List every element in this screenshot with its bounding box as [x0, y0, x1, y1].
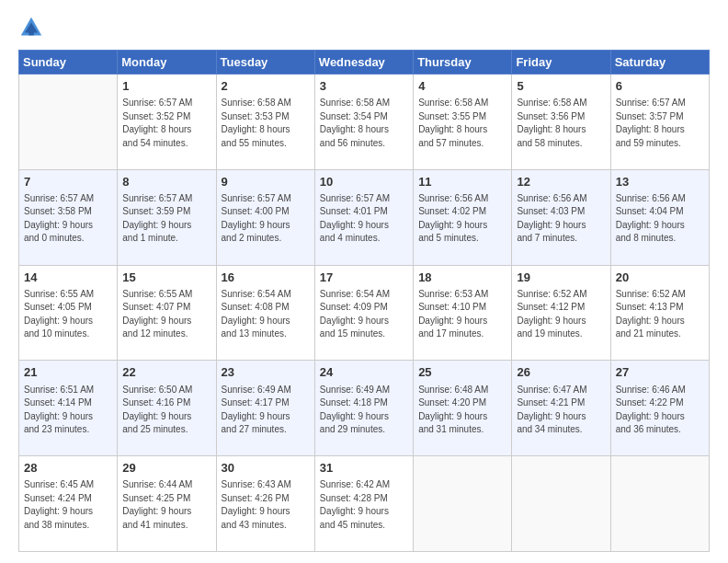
calendar-cell: 28Sunrise: 6:45 AMSunset: 4:24 PMDayligh… — [19, 456, 118, 552]
calendar-cell — [610, 456, 709, 552]
calendar-cell: 26Sunrise: 6:47 AMSunset: 4:21 PMDayligh… — [512, 361, 610, 456]
day-info: Sunrise: 6:51 AMSunset: 4:14 PMDaylight:… — [24, 384, 112, 437]
calendar-cell: 10Sunrise: 6:57 AMSunset: 4:01 PMDayligh… — [314, 169, 413, 265]
day-number: 30 — [222, 460, 310, 477]
day-number: 19 — [517, 270, 605, 286]
day-info: Sunrise: 6:49 AMSunset: 4:18 PMDaylight:… — [320, 384, 408, 437]
weekday-header-friday: Friday — [512, 51, 610, 75]
logo — [18, 15, 48, 40]
day-info: Sunrise: 6:44 AMSunset: 4:25 PMDaylight:… — [122, 478, 210, 532]
day-number: 11 — [418, 174, 506, 190]
day-number: 9 — [222, 174, 310, 190]
weekday-header-wednesday: Wednesday — [314, 51, 413, 75]
day-info: Sunrise: 6:58 AMSunset: 3:56 PMDaylight:… — [517, 97, 605, 150]
logo-icon — [18, 15, 44, 40]
day-number: 21 — [24, 364, 112, 381]
calendar-cell: 21Sunrise: 6:51 AMSunset: 4:14 PMDayligh… — [19, 361, 118, 456]
day-number: 4 — [418, 78, 506, 95]
day-number: 31 — [320, 460, 408, 477]
calendar-cell: 24Sunrise: 6:49 AMSunset: 4:18 PMDayligh… — [314, 361, 413, 456]
calendar-header-row: SundayMondayTuesdayWednesdayThursdayFrid… — [19, 51, 710, 75]
day-info: Sunrise: 6:57 AMSunset: 3:59 PMDaylight:… — [122, 192, 210, 246]
calendar-week-row: 7Sunrise: 6:57 AMSunset: 3:58 PMDaylight… — [19, 169, 710, 265]
day-info: Sunrise: 6:56 AMSunset: 4:04 PMDaylight:… — [616, 192, 704, 246]
calendar-cell: 8Sunrise: 6:57 AMSunset: 3:59 PMDaylight… — [118, 169, 216, 265]
calendar-cell: 5Sunrise: 6:58 AMSunset: 3:56 PMDaylight… — [512, 75, 610, 170]
day-info: Sunrise: 6:50 AMSunset: 4:16 PMDaylight:… — [122, 384, 210, 437]
calendar-cell: 16Sunrise: 6:54 AMSunset: 4:08 PMDayligh… — [216, 265, 314, 361]
day-info: Sunrise: 6:46 AMSunset: 4:22 PMDaylight:… — [616, 384, 704, 437]
day-info: Sunrise: 6:58 AMSunset: 3:55 PMDaylight:… — [418, 97, 506, 150]
calendar-cell: 27Sunrise: 6:46 AMSunset: 4:22 PMDayligh… — [610, 361, 709, 456]
calendar-cell: 29Sunrise: 6:44 AMSunset: 4:25 PMDayligh… — [118, 456, 216, 552]
day-number: 3 — [320, 78, 408, 95]
day-number: 14 — [24, 270, 112, 286]
calendar-cell: 31Sunrise: 6:42 AMSunset: 4:28 PMDayligh… — [314, 456, 413, 552]
day-info: Sunrise: 6:55 AMSunset: 4:07 PMDaylight:… — [122, 288, 210, 341]
day-number: 26 — [517, 364, 605, 381]
day-number: 13 — [616, 174, 704, 190]
day-number: 23 — [222, 364, 310, 381]
day-info: Sunrise: 6:55 AMSunset: 4:05 PMDaylight:… — [24, 288, 112, 341]
calendar-cell: 23Sunrise: 6:49 AMSunset: 4:17 PMDayligh… — [216, 361, 314, 456]
calendar-cell — [19, 75, 118, 170]
calendar-week-row: 14Sunrise: 6:55 AMSunset: 4:05 PMDayligh… — [19, 265, 710, 361]
day-number: 8 — [122, 174, 210, 190]
calendar-cell: 17Sunrise: 6:54 AMSunset: 4:09 PMDayligh… — [314, 265, 413, 361]
day-info: Sunrise: 6:54 AMSunset: 4:09 PMDaylight:… — [320, 288, 408, 341]
day-info: Sunrise: 6:58 AMSunset: 3:53 PMDaylight:… — [222, 97, 310, 150]
day-info: Sunrise: 6:57 AMSunset: 4:01 PMDaylight:… — [320, 192, 408, 246]
calendar-cell: 3Sunrise: 6:58 AMSunset: 3:54 PMDaylight… — [314, 75, 413, 170]
weekday-header-saturday: Saturday — [610, 51, 709, 75]
day-number: 29 — [122, 460, 210, 477]
day-number: 20 — [616, 270, 704, 286]
calendar-cell: 1Sunrise: 6:57 AMSunset: 3:52 PMDaylight… — [118, 75, 216, 170]
day-info: Sunrise: 6:42 AMSunset: 4:28 PMDaylight:… — [320, 478, 408, 532]
day-number: 12 — [517, 174, 605, 190]
calendar-cell: 6Sunrise: 6:57 AMSunset: 3:57 PMDaylight… — [610, 75, 709, 170]
day-info: Sunrise: 6:53 AMSunset: 4:10 PMDaylight:… — [418, 288, 506, 341]
day-info: Sunrise: 6:48 AMSunset: 4:20 PMDaylight:… — [418, 384, 506, 437]
day-number: 25 — [418, 364, 506, 381]
calendar-cell: 19Sunrise: 6:52 AMSunset: 4:12 PMDayligh… — [512, 265, 610, 361]
calendar-cell: 14Sunrise: 6:55 AMSunset: 4:05 PMDayligh… — [19, 265, 118, 361]
weekday-header-sunday: Sunday — [19, 51, 118, 75]
calendar-cell: 30Sunrise: 6:43 AMSunset: 4:26 PMDayligh… — [216, 456, 314, 552]
day-info: Sunrise: 6:49 AMSunset: 4:17 PMDaylight:… — [222, 384, 310, 437]
day-number: 7 — [24, 174, 112, 190]
calendar-cell: 13Sunrise: 6:56 AMSunset: 4:04 PMDayligh… — [610, 169, 709, 265]
day-number: 10 — [320, 174, 408, 190]
day-number: 16 — [222, 270, 310, 286]
day-info: Sunrise: 6:47 AMSunset: 4:21 PMDaylight:… — [517, 384, 605, 437]
calendar-cell: 11Sunrise: 6:56 AMSunset: 4:02 PMDayligh… — [414, 169, 512, 265]
day-info: Sunrise: 6:54 AMSunset: 4:08 PMDaylight:… — [222, 288, 310, 341]
day-number: 22 — [122, 364, 210, 381]
day-number: 17 — [320, 270, 408, 286]
day-info: Sunrise: 6:57 AMSunset: 3:52 PMDaylight:… — [122, 97, 210, 150]
calendar-cell: 7Sunrise: 6:57 AMSunset: 3:58 PMDaylight… — [19, 169, 118, 265]
day-number: 28 — [24, 460, 112, 477]
calendar-cell: 15Sunrise: 6:55 AMSunset: 4:07 PMDayligh… — [118, 265, 216, 361]
calendar-cell: 9Sunrise: 6:57 AMSunset: 4:00 PMDaylight… — [216, 169, 314, 265]
calendar-cell — [512, 456, 610, 552]
weekday-header-tuesday: Tuesday — [216, 51, 314, 75]
calendar-week-row: 21Sunrise: 6:51 AMSunset: 4:14 PMDayligh… — [19, 361, 710, 456]
day-info: Sunrise: 6:45 AMSunset: 4:24 PMDaylight:… — [24, 478, 112, 532]
day-info: Sunrise: 6:57 AMSunset: 4:00 PMDaylight:… — [222, 192, 310, 246]
day-info: Sunrise: 6:57 AMSunset: 3:57 PMDaylight:… — [616, 97, 704, 150]
calendar-cell: 20Sunrise: 6:52 AMSunset: 4:13 PMDayligh… — [610, 265, 709, 361]
calendar-week-row: 28Sunrise: 6:45 AMSunset: 4:24 PMDayligh… — [19, 456, 710, 552]
day-number: 24 — [320, 364, 408, 381]
calendar-cell — [414, 456, 512, 552]
weekday-header-monday: Monday — [118, 51, 216, 75]
day-number: 5 — [517, 78, 605, 95]
day-info: Sunrise: 6:52 AMSunset: 4:12 PMDaylight:… — [517, 288, 605, 341]
day-info: Sunrise: 6:56 AMSunset: 4:02 PMDaylight:… — [418, 192, 506, 246]
calendar-table: SundayMondayTuesdayWednesdayThursdayFrid… — [18, 50, 710, 552]
day-number: 1 — [122, 78, 210, 95]
day-info: Sunrise: 6:57 AMSunset: 3:58 PMDaylight:… — [24, 192, 112, 246]
day-number: 18 — [418, 270, 506, 286]
weekday-header-thursday: Thursday — [414, 51, 512, 75]
calendar-cell: 4Sunrise: 6:58 AMSunset: 3:55 PMDaylight… — [414, 75, 512, 170]
calendar-cell: 25Sunrise: 6:48 AMSunset: 4:20 PMDayligh… — [414, 361, 512, 456]
